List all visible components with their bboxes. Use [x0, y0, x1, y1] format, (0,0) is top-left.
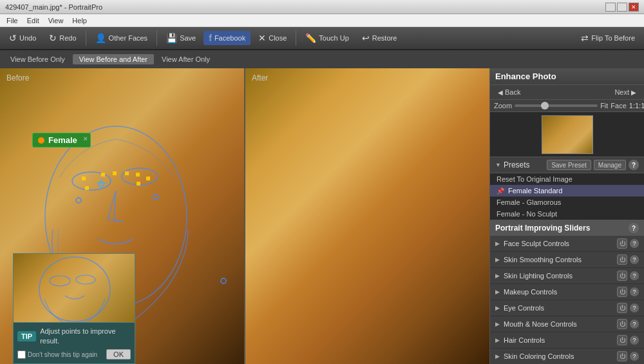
zoom-slider[interactable] — [515, 104, 598, 107]
slider-help-button[interactable]: ? — [630, 271, 639, 280]
sliders-header: Portrait Improving Sliders ? — [490, 220, 644, 236]
maximize-button[interactable]: □ — [617, 3, 627, 12]
presets-header: ▼ Presets Save Preset Manage ? — [490, 157, 644, 173]
svg-rect-10 — [137, 182, 140, 186]
close-window-button[interactable]: ✕ — [629, 3, 639, 12]
slider-help-button[interactable]: ? — [630, 239, 639, 248]
preset-item[interactable]: Female - Glamorous — [490, 196, 644, 208]
nav-row: ◀ Back Next ▶ — [490, 85, 644, 100]
slider-expand-icon: ▶ — [495, 273, 500, 279]
svg-rect-3 — [82, 177, 86, 180]
thumbnail-panel — [13, 253, 135, 332]
slider-label: Hair Controls — [504, 336, 617, 344]
thumbnail-face — [14, 254, 135, 331]
slider-help-button[interactable]: ? — [630, 320, 639, 329]
slider-power-button[interactable]: ⏻ — [617, 335, 627, 345]
svg-point-20 — [76, 275, 95, 284]
slider-row[interactable]: ▶ Skin Coloring Controls ⏻ ? — [490, 349, 644, 364]
svg-rect-6 — [125, 171, 129, 175]
slider-controls: ⏻ ? — [617, 287, 639, 297]
slider-row[interactable]: ▶ Skin Lighting Controls ⏻ ? — [490, 268, 644, 284]
slider-power-button[interactable]: ⏻ — [617, 287, 627, 297]
svg-point-18 — [39, 257, 110, 321]
slider-label: Makeup Controls — [504, 288, 617, 296]
main-content: Before — [0, 68, 644, 364]
minimize-button[interactable]: ─ — [605, 3, 616, 12]
slider-controls: ⏻ ? — [617, 335, 639, 345]
slider-expand-icon: ▶ — [495, 337, 500, 343]
tip-box: TIP Adjust points to improve result. Don… — [13, 322, 135, 364]
slider-help-button[interactable]: ? — [630, 303, 639, 312]
presets-help-button[interactable]: ? — [629, 160, 639, 170]
view-after-only-button[interactable]: View After Only — [155, 54, 216, 64]
slider-controls: ⏻ ? — [617, 271, 639, 281]
titlebar: 429407_main.jpg* - PortraitPro ─ □ ✕ — [0, 0, 644, 14]
female-label-text: Female — [48, 135, 77, 145]
back-button[interactable]: ◀ Back — [494, 87, 524, 97]
manage-presets-button[interactable]: Manage — [594, 160, 626, 170]
view-before-after-button[interactable]: View Before and After — [73, 54, 154, 64]
menu-help[interactable]: Help — [68, 16, 91, 25]
slider-power-button[interactable]: ⏻ — [617, 303, 627, 313]
slider-row[interactable]: ▶ Hair Controls ⏻ ? — [490, 332, 644, 349]
close-button[interactable]: ✕ Close — [253, 31, 292, 45]
flip-to-before-button[interactable]: ⇄ Flip To Before — [576, 31, 640, 45]
touch-up-button[interactable]: ✏️ Touch Up — [300, 31, 354, 45]
view-before-only-button[interactable]: View Before Only — [4, 54, 71, 64]
slider-controls: ⏻ ? — [617, 319, 639, 329]
redo-button[interactable]: ↻ Redo — [44, 31, 81, 45]
svg-rect-7 — [136, 173, 140, 177]
slider-controls: ⏻ ? — [617, 351, 639, 361]
toolbar: ↺ Undo ↻ Redo 👤 Other Faces 💾 Save f Fac… — [0, 27, 644, 50]
undo-button[interactable]: ↺ Undo — [4, 31, 41, 45]
menu-file[interactable]: File — [3, 16, 22, 25]
slider-help-button[interactable]: ? — [630, 287, 639, 296]
slider-row[interactable]: ▶ Face Sculpt Controls ⏻ ? — [490, 236, 644, 252]
facebook-button[interactable]: f Facebook — [204, 31, 251, 45]
slider-power-button[interactable]: ⏻ — [617, 238, 627, 249]
zoom-fit-button[interactable]: Fit — [600, 102, 608, 110]
save-button[interactable]: 💾 Save — [161, 31, 201, 45]
slider-row[interactable]: ▶ Skin Smoothing Controls ⏻ ? — [490, 252, 644, 268]
next-button[interactable]: Next ▶ — [611, 87, 640, 97]
slider-row[interactable]: ▶ Eye Controls ⏻ ? — [490, 300, 644, 316]
slider-help-button[interactable]: ? — [630, 352, 639, 361]
female-label-box: Female × — [32, 133, 91, 148]
zoom-face-button[interactable]: Face — [611, 102, 626, 110]
preset-item[interactable]: Female - No Sculpt — [490, 208, 644, 220]
slider-power-button[interactable]: ⏻ — [617, 319, 627, 329]
preset-item[interactable]: Reset To Original Image — [490, 173, 644, 185]
tip-badge: TIP — [17, 331, 36, 341]
slider-help-button[interactable]: ? — [630, 336, 639, 345]
redo-icon: ↻ — [49, 33, 57, 43]
back-arrow-icon: ◀ — [498, 89, 503, 96]
slider-help-button[interactable]: ? — [630, 255, 639, 264]
undo-icon: ↺ — [9, 33, 17, 43]
restore-button[interactable]: ↩ Restore — [357, 31, 402, 45]
slider-expand-icon: ▶ — [495, 353, 500, 359]
slider-row[interactable]: ▶ Makeup Controls ⏻ ? — [490, 284, 644, 300]
slider-row[interactable]: ▶ Mouth & Nose Controls ⏻ ? — [490, 316, 644, 332]
sliders-scroll[interactable]: ▶ Face Sculpt Controls ⏻ ? ▶ Skin Smooth… — [490, 236, 644, 364]
preset-label: Female Standard — [508, 187, 562, 195]
slider-label: Mouth & Nose Controls — [504, 320, 617, 328]
after-label: After — [252, 73, 268, 82]
save-preset-button[interactable]: Save Preset — [547, 160, 591, 170]
slider-power-button[interactable]: ⏻ — [617, 351, 627, 361]
slider-power-button[interactable]: ⏻ — [617, 254, 627, 265]
tip-header: TIP Adjust points to improve result. — [17, 327, 131, 345]
slider-expand-icon: ▶ — [495, 289, 500, 295]
tip-ok-button[interactable]: OK — [106, 349, 131, 359]
tip-checkbox[interactable] — [17, 350, 26, 359]
female-label-close[interactable]: × — [83, 135, 87, 142]
tip-checkbox-label[interactable]: Don't show this tip again — [17, 350, 97, 359]
preset-item[interactable]: 📌Female Standard — [490, 185, 644, 196]
presets-title: ▼ Presets — [495, 160, 530, 169]
slider-power-button[interactable]: ⏻ — [617, 271, 627, 281]
menu-edit[interactable]: Edit — [23, 16, 43, 25]
sliders-help-button[interactable]: ? — [629, 223, 639, 233]
other-faces-button[interactable]: 👤 Other Faces — [90, 31, 153, 45]
label-marker — [38, 137, 44, 144]
preview-thumb-image — [542, 115, 593, 154]
menu-view[interactable]: View — [44, 16, 68, 25]
